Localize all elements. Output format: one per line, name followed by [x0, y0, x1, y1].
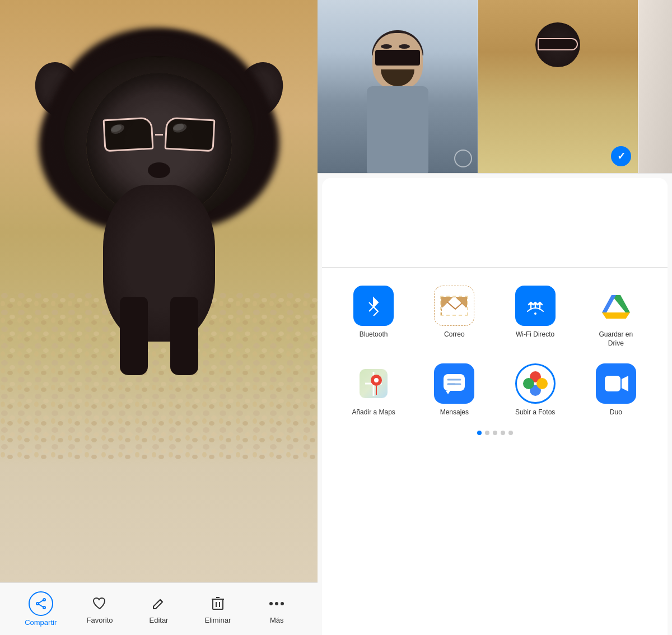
toolbar-more[interactable]: Más	[254, 594, 299, 624]
glasses-frame	[104, 118, 214, 151]
svg-rect-21	[441, 297, 468, 316]
pencil-icon	[148, 594, 169, 614]
svg-marker-27	[602, 295, 616, 312]
dot-5	[508, 431, 513, 435]
svg-rect-11	[213, 599, 223, 609]
photos-app-icon	[515, 363, 556, 404]
mail-app-icon	[434, 286, 474, 326]
duo-label: Duo	[610, 408, 622, 417]
favorite-label: Favorito	[87, 616, 113, 624]
toolbar-favorite[interactable]: Favorito	[77, 594, 122, 624]
svg-point-23	[534, 312, 536, 315]
glasses-bridge	[155, 134, 163, 136]
toolbar-edit[interactable]: Editar	[136, 594, 181, 624]
wifi-label: Wi-Fi Directo	[516, 330, 554, 339]
svg-point-6	[43, 599, 45, 601]
petal-green	[523, 378, 534, 389]
drive-label: Guardar en Drive	[596, 330, 636, 348]
pagination-dots	[322, 422, 668, 446]
messages-label: Mensajes	[440, 408, 469, 417]
selected-ring: ✓	[611, 146, 631, 166]
svg-rect-37	[605, 376, 620, 391]
messages-app-icon	[434, 363, 474, 404]
dog-leg-left	[120, 297, 148, 375]
dog-leg-right	[170, 297, 198, 375]
man-body	[367, 86, 428, 173]
dog-strip-bg	[478, 0, 638, 173]
trash-icon	[208, 594, 228, 614]
photos-label: Subir a Fotos	[515, 408, 555, 417]
mail-envelope	[440, 296, 468, 316]
man-beard	[381, 69, 414, 86]
dog-figure	[53, 28, 265, 476]
share-app-maps[interactable]: Añadir a Maps	[333, 359, 414, 422]
ellipsis-icon	[267, 594, 287, 614]
checkmark-icon: ✓	[617, 150, 626, 162]
mail-label: Correo	[444, 330, 465, 339]
bluetooth-label: Bluetooth	[360, 330, 388, 339]
svg-line-8	[39, 600, 43, 603]
lens-left	[102, 117, 153, 152]
share-apps-row1: Bluetooth Correo	[322, 268, 668, 352]
man-figure	[361, 27, 434, 173]
strip-photo-partial[interactable]	[638, 0, 672, 173]
share-apps-row2: Añadir a Maps Mensajes	[322, 352, 668, 422]
partial-photo-bg	[638, 0, 672, 173]
share-icon	[29, 591, 53, 616]
svg-point-18	[281, 602, 284, 605]
dog-nose	[148, 162, 170, 178]
petal-yellow	[536, 378, 548, 389]
svg-line-9	[39, 604, 43, 607]
selection-indicator-man	[454, 150, 472, 167]
main-photo	[0, 0, 318, 582]
share-app-photos[interactable]: Subir a Fotos	[495, 359, 576, 422]
maps-app-icon	[353, 363, 394, 404]
left-panel: Compartir Favorito Editar	[0, 0, 318, 635]
lens-reflection	[110, 123, 123, 133]
toolbar-delete[interactable]: Eliminar	[195, 594, 240, 624]
photos-pinwheel	[523, 371, 548, 396]
bluetooth-app-icon	[353, 286, 394, 326]
strip-dog-glasses	[538, 38, 578, 50]
dot-3	[493, 431, 497, 435]
svg-point-32	[374, 378, 379, 382]
more-label: Más	[270, 616, 284, 624]
dot-4	[501, 431, 505, 435]
duo-app-icon	[596, 363, 636, 404]
dot-2	[485, 431, 489, 435]
man-head	[372, 33, 423, 89]
share-app-drive[interactable]: Guardar en Drive	[576, 281, 656, 352]
strip-photo-dog[interactable]: ✓	[478, 0, 639, 173]
share-label: Compartir	[25, 618, 57, 627]
strip-photo-man[interactable]	[318, 0, 478, 173]
drive-app-icon	[596, 286, 636, 326]
toolbar-share[interactable]: Compartir	[18, 591, 63, 627]
svg-point-17	[275, 602, 278, 605]
share-app-bluetooth[interactable]: Bluetooth	[333, 281, 414, 352]
share-app-duo[interactable]: Duo	[576, 359, 656, 422]
right-panel: ✓ Bluetooth	[318, 0, 672, 635]
delete-label: Eliminar	[204, 616, 231, 624]
edit-label: Editar	[149, 616, 168, 624]
svg-point-7	[43, 606, 45, 609]
svg-marker-28	[602, 312, 630, 319]
svg-line-10	[160, 600, 162, 602]
man-sunglasses	[375, 50, 420, 66]
wifi-app-icon	[515, 286, 556, 326]
bottom-toolbar: Compartir Favorito Editar	[0, 582, 318, 635]
share-sheet: Bluetooth Correo	[322, 178, 668, 635]
photo-strip: ✓	[318, 0, 672, 174]
strip-dog-head	[535, 22, 580, 67]
sunglasses	[97, 115, 221, 154]
svg-rect-22	[441, 297, 468, 316]
maps-label: Añadir a Maps	[352, 408, 395, 417]
share-app-mail[interactable]: Correo	[414, 281, 494, 352]
dot-1	[477, 431, 482, 435]
svg-marker-38	[622, 376, 628, 391]
svg-point-5	[36, 603, 39, 605]
lens-reflection-right	[172, 123, 184, 132]
share-app-messages[interactable]: Mensajes	[414, 359, 494, 422]
svg-point-16	[269, 602, 273, 605]
svg-rect-33	[444, 374, 465, 391]
share-app-wifi[interactable]: Wi-Fi Directo	[495, 281, 576, 352]
